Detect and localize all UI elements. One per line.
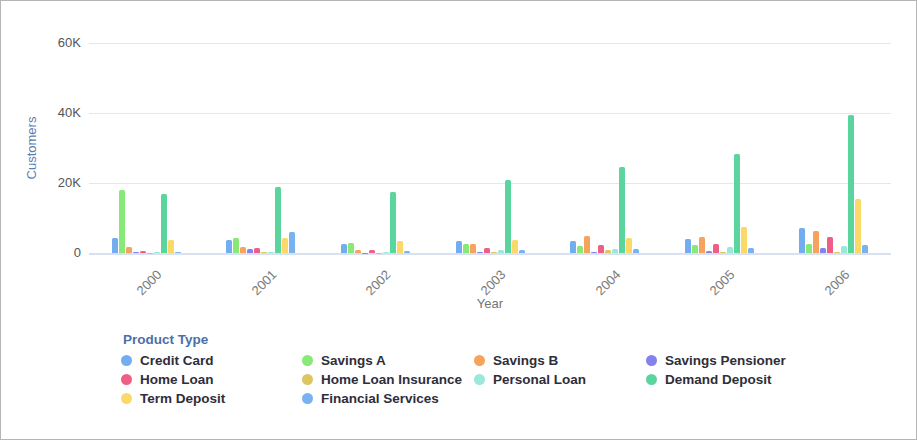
legend-item-savings-b[interactable]: Savings B [474, 353, 558, 368]
bar-credit-card-2004[interactable] [570, 241, 576, 253]
bar-home-loan-insurance-2004[interactable] [605, 250, 611, 253]
bar-term-deposit-2003[interactable] [512, 240, 518, 253]
bar-financial-services-2000[interactable] [175, 252, 181, 253]
bar-home-loan-insurance-2005[interactable] [720, 252, 726, 253]
x-axis-label-2002: 2002 [354, 267, 394, 307]
bar-savings-b-2000[interactable] [126, 247, 132, 253]
bar-home-loan-insurance-2003[interactable] [491, 252, 497, 253]
bar-personal-loan-2005[interactable] [727, 247, 733, 253]
bar-credit-card-2005[interactable] [685, 239, 691, 253]
bar-home-loan-insurance-2006[interactable] [834, 252, 840, 253]
bar-term-deposit-2004[interactable] [626, 238, 632, 253]
bar-personal-loan-2002[interactable] [383, 252, 389, 253]
bar-savings-b-2003[interactable] [470, 244, 476, 253]
bar-savings-b-2004[interactable] [584, 236, 590, 254]
bar-savings-a-2003[interactable] [463, 244, 469, 253]
bar-credit-card-2002[interactable] [341, 244, 347, 253]
bar-savings-b-2002[interactable] [355, 250, 361, 254]
bar-savings-b-2006[interactable] [813, 231, 819, 253]
savings-pensioner-legend-dot-icon [646, 355, 657, 366]
legend-item-demand-deposit[interactable]: Demand Deposit [646, 372, 772, 387]
x-axis-label-2001: 2001 [239, 267, 279, 307]
bar-term-deposit-2006[interactable] [855, 199, 861, 253]
bar-savings-b-2001[interactable] [240, 247, 246, 253]
home-loan-legend-dot-icon [121, 374, 132, 385]
bar-demand-deposit-2001[interactable] [275, 187, 281, 254]
bar-savings-pensioner-2001[interactable] [247, 249, 253, 253]
legend-item-label: Personal Loan [493, 372, 586, 387]
legend-item-term-deposit[interactable]: Term Deposit [121, 391, 225, 406]
bar-personal-loan-2003[interactable] [498, 250, 504, 253]
bar-savings-a-2005[interactable] [692, 245, 698, 253]
bar-home-loan-2004[interactable] [598, 245, 604, 253]
bar-financial-services-2001[interactable] [289, 232, 295, 253]
legend-item-home-loan-insurance[interactable]: Home Loan Insurance [302, 372, 462, 387]
bar-demand-deposit-2000[interactable] [161, 194, 167, 254]
bar-home-loan-2002[interactable] [369, 250, 375, 253]
home-loan-insurance-legend-dot-icon [302, 374, 313, 385]
bar-financial-services-2005[interactable] [748, 248, 754, 253]
bar-savings-a-2004[interactable] [577, 246, 583, 253]
bar-personal-loan-2006[interactable] [841, 246, 847, 253]
bar-savings-pensioner-2000[interactable] [133, 252, 139, 253]
legend-item-credit-card[interactable]: Credit Card [121, 353, 214, 368]
bar-personal-loan-2004[interactable] [612, 249, 618, 253]
bar-personal-loan-2000[interactable] [154, 252, 160, 253]
x-axis-title: Year [477, 296, 503, 311]
bar-savings-a-2006[interactable] [806, 244, 812, 253]
y-tick-label-0: 0 [29, 245, 81, 260]
bar-demand-deposit-2005[interactable] [734, 154, 740, 253]
bar-credit-card-2000[interactable] [112, 238, 118, 253]
x-axis-label-2006: 2006 [812, 267, 852, 307]
bar-financial-services-2006[interactable] [862, 245, 868, 253]
bar-savings-pensioner-2005[interactable] [706, 251, 712, 253]
bar-savings-pensioner-2003[interactable] [477, 252, 483, 253]
bar-demand-deposit-2004[interactable] [619, 167, 625, 253]
gridline-40k [89, 113, 891, 114]
gridline-20k [89, 183, 891, 184]
bar-savings-pensioner-2006[interactable] [820, 248, 826, 253]
bar-demand-deposit-2006[interactable] [848, 115, 854, 253]
legend-item-savings-pensioner[interactable]: Savings Pensioner [646, 353, 786, 368]
legend-item-home-loan[interactable]: Home Loan [121, 372, 214, 387]
bar-term-deposit-2000[interactable] [168, 240, 174, 253]
bar-home-loan-insurance-2001[interactable] [261, 252, 267, 253]
x-axis-label-2000: 2000 [125, 267, 165, 307]
bar-home-loan-2001[interactable] [254, 248, 260, 253]
bar-savings-a-2000[interactable] [119, 190, 125, 253]
bar-personal-loan-2001[interactable] [268, 252, 274, 253]
bar-demand-deposit-2003[interactable] [505, 180, 511, 254]
x-axis-label-2005: 2005 [697, 267, 737, 307]
bar-savings-b-2005[interactable] [699, 237, 705, 253]
bar-term-deposit-2002[interactable] [397, 241, 403, 253]
x-axis-line [89, 253, 891, 255]
bar-term-deposit-2001[interactable] [282, 238, 288, 253]
bar-financial-services-2003[interactable] [519, 250, 525, 253]
legend-item-savings-a[interactable]: Savings A [302, 353, 386, 368]
bar-savings-a-2002[interactable] [348, 243, 354, 253]
legend-item-label: Savings A [321, 353, 386, 368]
bar-credit-card-2001[interactable] [226, 240, 232, 253]
legend-item-personal-loan[interactable]: Personal Loan [474, 372, 586, 387]
legend-item-label: Savings B [493, 353, 558, 368]
bar-credit-card-2003[interactable] [456, 241, 462, 253]
bar-demand-deposit-2002[interactable] [390, 192, 396, 253]
legend-item-financial-services[interactable]: Financial Services [302, 391, 439, 406]
bar-home-loan-2000[interactable] [140, 251, 146, 253]
bar-financial-services-2004[interactable] [633, 249, 639, 253]
legend-item-label: Credit Card [140, 353, 214, 368]
bar-financial-services-2002[interactable] [404, 251, 410, 253]
legend-item-label: Home Loan Insurance [321, 372, 462, 387]
legend-item-label: Financial Services [321, 391, 439, 406]
term-deposit-legend-dot-icon [121, 393, 132, 404]
bar-home-loan-2003[interactable] [484, 248, 490, 253]
bar-savings-a-2001[interactable] [233, 238, 239, 253]
bar-credit-card-2006[interactable] [799, 228, 805, 253]
personal-loan-legend-dot-icon [474, 374, 485, 385]
y-tick-label-60k: 60K [29, 35, 81, 50]
bar-home-loan-2005[interactable] [713, 244, 719, 253]
legend-item-label: Term Deposit [140, 391, 225, 406]
bar-savings-pensioner-2004[interactable] [591, 252, 597, 253]
bar-home-loan-2006[interactable] [827, 237, 833, 253]
bar-term-deposit-2005[interactable] [741, 227, 747, 253]
